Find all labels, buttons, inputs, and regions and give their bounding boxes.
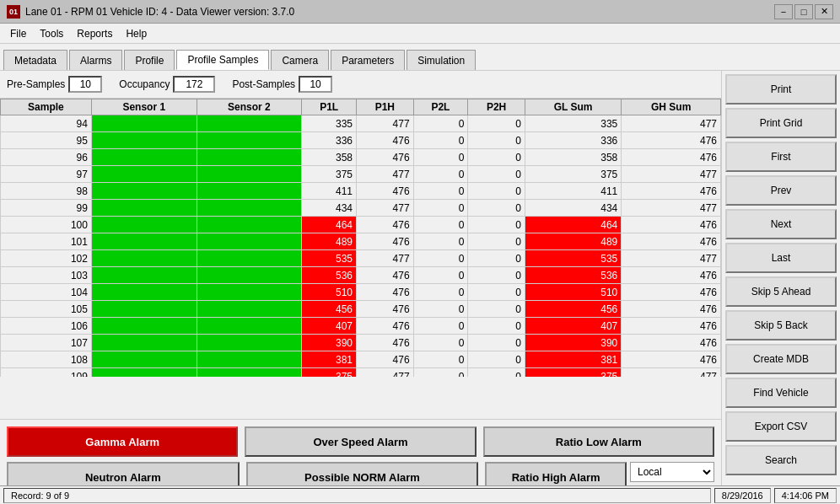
cell-gl-sum: 536 <box>525 267 621 284</box>
skip-5-back-button[interactable]: Skip 5 Back <box>725 310 837 340</box>
post-samples-input[interactable] <box>299 76 332 93</box>
search-button[interactable]: Search <box>725 445 837 475</box>
cell-p1l: 381 <box>302 351 357 368</box>
cell-gh-sum: 477 <box>622 200 721 217</box>
cell-gh-sum: 476 <box>622 132 721 149</box>
cell-p2l: 0 <box>413 301 468 318</box>
prev-button[interactable]: Prev <box>725 175 837 206</box>
cell-sensor1 <box>91 183 197 200</box>
window-controls: − □ ✕ <box>774 4 833 19</box>
cell-sensor1 <box>91 318 197 335</box>
cell-p2h: 0 <box>468 200 525 217</box>
skip-5-ahead-button[interactable]: Skip 5 Ahead <box>725 276 837 307</box>
cell-sensor2 <box>197 335 302 351</box>
export-csv-button[interactable]: Export CSV <box>725 411 837 442</box>
cell-p2l: 0 <box>413 284 468 301</box>
cell-sample: 108 <box>1 351 92 368</box>
cell-p2h: 0 <box>468 267 525 284</box>
cell-gh-sum: 476 <box>622 301 721 318</box>
cell-gh-sum: 476 <box>622 267 721 284</box>
post-samples-label: Post-Samples <box>232 78 295 90</box>
cell-sample: 96 <box>1 149 92 166</box>
pre-samples-input[interactable] <box>68 76 102 93</box>
cell-sensor1 <box>91 267 197 284</box>
cell-p2l: 0 <box>413 132 468 149</box>
cell-p2h: 0 <box>468 149 525 166</box>
cell-p1h: 476 <box>357 351 414 368</box>
pre-samples-label: Pre-Samples <box>7 78 65 90</box>
menu-reports[interactable]: Reports <box>70 26 119 41</box>
close-button[interactable]: ✕ <box>815 4 833 19</box>
tab-alarms[interactable]: Alarms <box>69 50 122 70</box>
maximize-button[interactable]: □ <box>794 4 813 19</box>
cell-p1l: 375 <box>302 368 357 378</box>
cell-sensor1 <box>91 166 197 183</box>
cell-gh-sum: 476 <box>622 149 721 166</box>
first-button[interactable]: First <box>725 142 837 172</box>
cell-p2l: 0 <box>413 183 468 200</box>
cell-sensor1 <box>91 132 197 149</box>
cell-gl-sum: 335 <box>525 115 621 132</box>
cell-p1l: 510 <box>302 284 357 301</box>
col-p1l: P1L <box>302 99 357 115</box>
cell-sensor1 <box>91 368 197 378</box>
cell-gl-sum: 510 <box>525 284 621 301</box>
cell-p1l: 390 <box>302 335 357 351</box>
cell-sample: 98 <box>1 183 92 200</box>
location-dropdown[interactable]: Local Remote <box>630 462 714 482</box>
tab-parameters[interactable]: Parameters <box>331 50 405 70</box>
cell-gh-sum: 476 <box>622 233 721 250</box>
cell-p1h: 476 <box>357 301 414 318</box>
cell-sample: 102 <box>1 250 92 267</box>
tab-camera[interactable]: Camera <box>271 50 329 70</box>
cell-p1h: 476 <box>357 335 414 351</box>
cell-sensor2 <box>197 301 302 318</box>
cell-gh-sum: 476 <box>622 284 721 301</box>
menu-tools[interactable]: Tools <box>33 26 70 41</box>
occupancy-input[interactable] <box>173 76 215 93</box>
gamma-alarm-button[interactable]: Gamma Alarm <box>7 426 238 457</box>
find-vehicle-button[interactable]: Find Vehicle <box>725 378 837 408</box>
cell-sample: 101 <box>1 233 92 250</box>
cell-p1l: 456 <box>302 301 357 318</box>
create-mdb-button[interactable]: Create MDB <box>725 344 837 374</box>
cell-gl-sum: 375 <box>525 166 621 183</box>
cell-p1h: 476 <box>357 267 414 284</box>
cell-sensor1 <box>91 351 197 368</box>
cell-p2h: 0 <box>468 368 525 378</box>
cell-sensor2 <box>197 284 302 301</box>
cell-p2l: 0 <box>413 149 468 166</box>
tab-profile[interactable]: Profile <box>124 50 175 70</box>
cell-p2h: 0 <box>468 318 525 335</box>
menu-help[interactable]: Help <box>119 26 153 41</box>
last-button[interactable]: Last <box>725 243 837 273</box>
cell-sensor2 <box>197 183 302 200</box>
menu-file[interactable]: File <box>3 26 33 41</box>
cell-p1l: 535 <box>302 250 357 267</box>
tab-profile-samples[interactable]: Profile Samples <box>176 50 269 70</box>
table-scroll[interactable]: Sample Sensor 1 Sensor 2 P1L P1H P2L P2H… <box>0 99 721 377</box>
cell-sensor2 <box>197 115 302 132</box>
cell-p2l: 0 <box>413 250 468 267</box>
cell-sensor2 <box>197 351 302 368</box>
controls-row: Pre-Samples Occupancy Post-Samples <box>0 71 721 99</box>
cell-sensor1 <box>91 284 197 301</box>
print-button[interactable]: Print <box>725 74 837 105</box>
alarm-row-1: Gamma Alarm Over Speed Alarm Ratio Low A… <box>7 426 714 457</box>
minimize-button[interactable]: − <box>774 4 793 19</box>
tab-simulation[interactable]: Simulation <box>407 50 476 70</box>
print-grid-button[interactable]: Print Grid <box>725 108 837 138</box>
cell-sensor2 <box>197 368 302 378</box>
cell-p1l: 434 <box>302 200 357 217</box>
cell-sample: 95 <box>1 132 92 149</box>
title-bar: 01 Lane 01 - RPM 01 Vehicle ID: 4 - Data… <box>0 0 840 24</box>
tab-metadata[interactable]: Metadata <box>3 50 67 70</box>
cell-gl-sum: 464 <box>525 217 621 233</box>
cell-gh-sum: 477 <box>622 250 721 267</box>
next-button[interactable]: Next <box>725 209 837 239</box>
cell-sensor2 <box>197 217 302 233</box>
ratio-low-alarm-button[interactable]: Ratio Low Alarm <box>483 426 714 457</box>
cell-p1h: 476 <box>357 318 414 335</box>
over-speed-alarm-button[interactable]: Over Speed Alarm <box>245 426 476 457</box>
post-samples-group: Post-Samples <box>232 76 332 93</box>
